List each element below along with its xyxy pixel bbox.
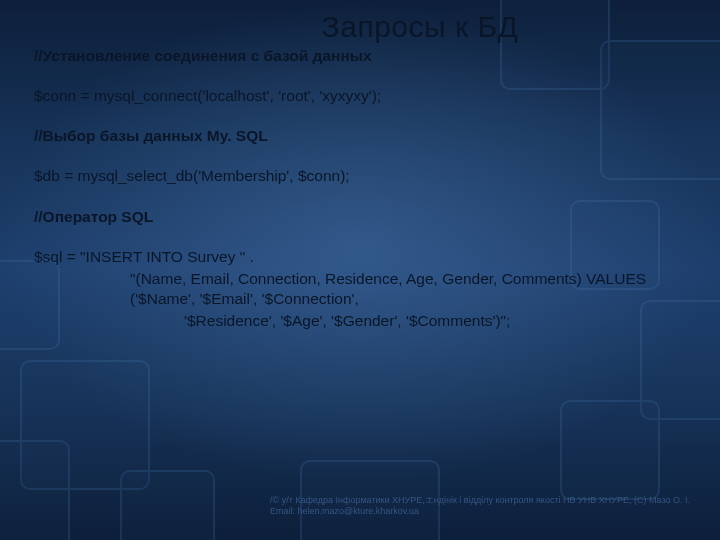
slide-title: Запросы к БД (154, 10, 686, 44)
slide-footer: /© у/т Кафедра Інформатики ХНУРЕ,エндінік… (270, 495, 690, 518)
slide-content: Запросы к БД //Установление соединения с… (0, 0, 720, 540)
code-line-3: //Выбор базы данных My. SQL (34, 126, 686, 146)
footer-line-1: /© у/т Кафедра Інформатики ХНУРЕ,エндінік… (270, 495, 690, 507)
code-line-1: //Установление соединения с базой данных (34, 46, 686, 66)
code-line-7: "(Name, Email, Connection, Residence, Ag… (34, 269, 686, 309)
code-line-5: //Оператор SQL (34, 207, 686, 227)
footer-line-2: Email: helen.mazo@kture.kharkov.ua (270, 506, 690, 518)
code-line-4: $db = mysql_select_db('Membership', $con… (34, 166, 686, 186)
code-line-6: $sql = "INSERT INTO Survey " . (34, 247, 686, 267)
code-line-8: '$Residence', '$Age', '$Gender', '$Comme… (34, 311, 686, 331)
code-line-2: $conn = mysql_connect('localhost', 'root… (34, 86, 686, 106)
